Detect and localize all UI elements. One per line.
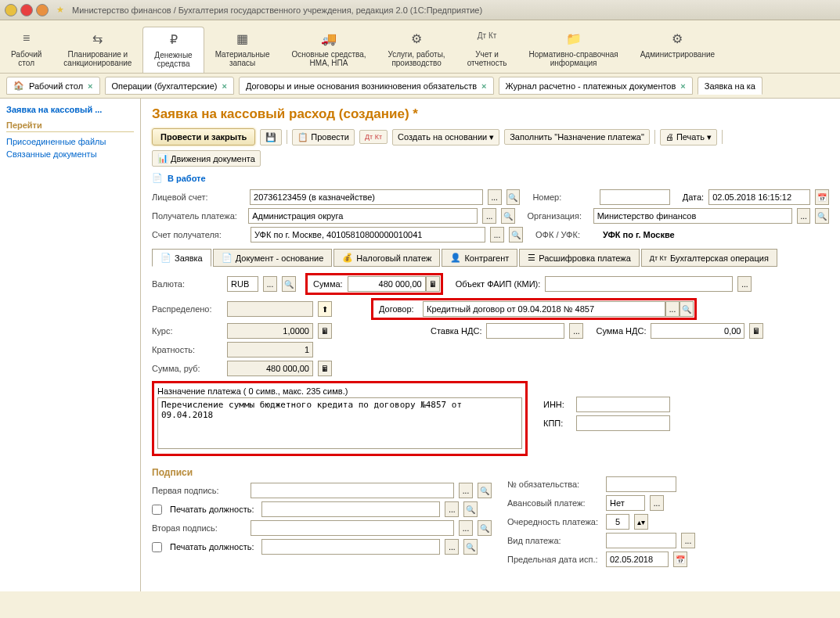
nav-materials[interactable]: ▦Материальныезапасы [204,27,281,73]
close-icon[interactable]: × [680,81,685,91]
pick-button[interactable]: ... [490,227,504,243]
pick-button[interactable]: ... [263,276,277,292]
pos2-input[interactable] [261,539,440,555]
calc-button[interactable]: 🖩 [318,323,332,339]
nav-cash[interactable]: ₽Денежныесредства [142,27,204,73]
contract-input[interactable] [423,301,665,317]
nav-reference[interactable]: 📁Нормативно-справочнаяинформация [517,27,629,73]
pos1-input[interactable] [261,501,440,517]
nav-planning[interactable]: ⇆Планирование исанкционирование [52,27,142,73]
print-pos2-checkbox[interactable] [152,542,162,552]
tax-icon: 💰 [342,253,353,263]
save-button[interactable]: 💾 [260,129,282,146]
search-button[interactable]: 🔍 [478,483,492,498]
tab-operations[interactable]: Операции (бухгалтерские)× [105,77,234,95]
vat-sum-input[interactable] [651,323,744,339]
sum-input[interactable] [348,276,426,292]
account-input[interactable] [250,189,483,205]
calendar-button[interactable]: 📅 [815,189,829,205]
pick-button[interactable]: ... [665,301,680,317]
tab-request[interactable]: Заявка на ка [698,77,762,95]
close-icon[interactable]: × [222,81,226,91]
nav-admin[interactable]: ⚙Администрирование [629,27,726,73]
oblig-no-input[interactable] [606,476,676,492]
calc-button[interactable]: 🖩 [426,276,440,292]
nav-accounting[interactable]: Дт КтУчет иотчетность [456,27,518,73]
pick-button[interactable]: ... [650,495,664,511]
tab-contracts[interactable]: Договоры и иные основания возникновения … [239,77,494,95]
search-button[interactable]: 🔍 [815,208,829,224]
org-input[interactable] [593,208,792,224]
sidebar-link-files[interactable]: Присоединенные файлы [6,135,134,148]
vat-rate-input[interactable] [486,323,564,339]
purpose-textarea[interactable] [157,397,522,449]
calendar-button[interactable]: 📅 [673,552,687,567]
close-icon[interactable]: × [481,81,486,91]
window-btn[interactable] [20,4,33,16]
advance-input[interactable] [606,495,645,511]
deadline-input[interactable] [606,552,669,567]
inn-input[interactable] [576,397,670,412]
create-on-button[interactable]: Создать на основании ▾ [392,129,499,146]
search-button[interactable]: 🔍 [478,520,492,536]
close-icon[interactable]: × [88,81,92,91]
search-button[interactable]: 🔍 [509,227,523,243]
dtkt-button[interactable]: Дт Кт [359,130,388,144]
subtab-breakdown[interactable]: ☰Расшифровка платежа [519,249,640,267]
tab-desktop[interactable]: 🏠Рабочий стол× [6,77,100,95]
pick-button[interactable]: ... [488,189,502,205]
nav-desktop[interactable]: ≡Рабочийстол [0,27,52,73]
pick-button[interactable]: ... [459,520,473,536]
sig2-input[interactable] [251,520,454,536]
pick-button[interactable]: ... [482,208,496,224]
faip-input[interactable] [545,276,733,292]
number-input[interactable] [600,189,670,205]
print-button[interactable]: 🖨Печать ▾ [660,129,717,146]
sidebar-link-related[interactable]: Связанные документы [6,148,134,160]
search-button[interactable]: 🔍 [282,276,296,292]
nav-assets[interactable]: 🚚Основные средства,НМА, НПА [280,27,377,73]
print-pos1-checkbox[interactable] [152,505,162,515]
pick-button[interactable]: ... [681,533,695,548]
ofk-value: УФК по г. Москве [603,230,675,239]
pick-button[interactable]: ... [797,208,811,224]
search-button[interactable]: 🔍 [507,189,521,205]
post-close-button[interactable]: Провести и закрыть [152,128,255,146]
stepper-button[interactable]: ▴▾ [634,514,648,530]
search-button[interactable]: 🔍 [680,301,694,317]
sig1-input[interactable] [251,483,454,498]
subtab-accounting-op[interactable]: Дт КтБухгалтерская операция [641,249,777,267]
subtab-counterparty[interactable]: 👤Контрагент [442,249,517,267]
pick-button[interactable]: ... [445,539,459,555]
recipient-input[interactable] [248,208,478,224]
nav-services[interactable]: ⚙Услуги, работы,производство [377,27,456,73]
fill-purpose-button[interactable]: Заполнить "Назначение платежа" [504,129,650,145]
search-button[interactable]: 🔍 [463,501,478,517]
recip-acc-input[interactable] [251,227,485,243]
tab-journal[interactable]: Журнал расчетно - платежных документов× [499,77,693,95]
up-button[interactable]: ⬆ [318,301,332,317]
pick-button[interactable]: ... [445,501,459,517]
star-icon[interactable]: ★ [56,5,64,15]
movements-button[interactable]: 📊Движения документа [152,150,261,167]
date-input[interactable] [708,189,810,205]
kpp-input[interactable] [576,415,670,431]
post-button[interactable]: 📋Провести [292,129,355,146]
subtab-basis[interactable]: 📄Документ - основание [213,249,333,267]
pick-button[interactable]: ... [737,276,752,292]
app-title: Министерство финансов / Бухгалтерия госу… [72,5,482,15]
currency-input[interactable] [227,276,258,292]
search-button[interactable]: 🔍 [463,539,478,555]
page-title: Заявка на кассовый расход (создание) * [152,106,829,122]
search-button[interactable]: 🔍 [501,208,515,224]
calc-button[interactable]: 🖩 [318,361,332,376]
window-btn[interactable] [36,4,49,16]
subtab-request[interactable]: 📄Заявка [152,249,211,267]
priority-input[interactable] [606,514,629,530]
pay-type-input[interactable] [606,533,676,548]
calc-button[interactable]: 🖩 [749,323,763,339]
subtab-tax[interactable]: 💰Налоговый платеж [333,249,440,267]
pick-button[interactable]: ... [569,323,583,339]
list-icon: 📊 [157,153,168,163]
pick-button[interactable]: ... [459,483,473,498]
